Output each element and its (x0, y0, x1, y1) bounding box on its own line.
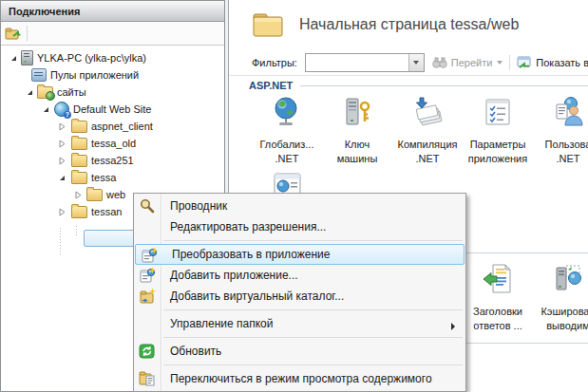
feature-label: Пользова.NET (533, 138, 588, 166)
application-pools-icon (31, 68, 47, 82)
folder-icon (71, 206, 87, 218)
filters-label: Фильтры: (252, 57, 297, 68)
feature-label: Параметрыприложения (463, 138, 533, 166)
toolbar-separator (509, 55, 510, 70)
context-menu: Проводник Редактировать разрешения... Пр… (133, 193, 466, 392)
feature-label: Ключмашины (322, 138, 392, 166)
tree-item-default-web-site[interactable]: Default Web Site (41, 101, 151, 118)
menu-item-convert-to-application[interactable]: Преобразовать в приложение (135, 244, 465, 265)
tree-item-tessan[interactable]: tessan (57, 203, 122, 220)
show-in-label: Показать в (536, 57, 588, 68)
combo-dropdown-button[interactable] (408, 54, 424, 71)
menu-separator (163, 337, 463, 338)
tree-item-sites[interactable]: сайты (25, 84, 86, 101)
folder-icon (86, 189, 103, 201)
tree-connector (76, 226, 77, 235)
folder-icon (71, 155, 87, 167)
feature-net-users[interactable]: Пользова.NET (533, 96, 588, 166)
tree-item-server[interactable]: YLKA-PC (ylka-pc\ylka) (9, 49, 146, 66)
menu-item-refresh[interactable]: Обновить (134, 341, 465, 362)
menu-item-add-virtual-directory[interactable]: Добавить виртуальный каталог... (134, 286, 465, 307)
tree-connector (60, 228, 61, 256)
menu-item-switch-content-view[interactable]: Переключиться в режим просмотра содержим… (134, 368, 465, 389)
compilation-icon (411, 96, 444, 128)
feature-machine-key[interactable]: Ключмашины (322, 96, 392, 166)
convert-to-application-icon (141, 247, 158, 264)
expand-arrow-icon[interactable] (57, 173, 66, 182)
menu-item-explorer[interactable]: Проводник (134, 196, 465, 216)
tree-item-tessa251[interactable]: tessa251 (57, 152, 134, 169)
expand-arrow-icon[interactable] (41, 104, 50, 114)
feature-label: Кэшированвыводим (533, 305, 588, 333)
tree-selection-highlight (84, 230, 141, 247)
add-application-icon (139, 267, 156, 284)
server-icon (21, 50, 33, 65)
output-caching-icon (552, 263, 584, 295)
connections-title: Подключения (9, 6, 80, 17)
tree-item-aspnet-client[interactable]: aspnet_client (57, 118, 153, 135)
folder-icon (71, 121, 87, 133)
feature-compilation[interactable]: Компиляция.NET (392, 96, 463, 166)
menu-separator (163, 364, 463, 365)
go-label: Перейти (451, 57, 493, 68)
sites-folder-icon (37, 86, 53, 99)
feature-label: Заголовкиответов ... (463, 305, 533, 333)
large-folder-icon (253, 11, 283, 38)
create-connection-icon[interactable] (5, 27, 21, 41)
expand-arrow-icon[interactable] (9, 53, 18, 63)
feature-label: Компиляция.NET (392, 138, 463, 166)
website-globe-icon (54, 102, 69, 117)
refresh-icon (139, 343, 156, 360)
add-virtual-directory-icon (139, 288, 156, 305)
connections-header: Подключения (1, 1, 224, 22)
net-users-icon (552, 96, 584, 128)
globalization-icon (271, 96, 303, 128)
feature-response-headers[interactable]: Заголовкиответов ... (463, 263, 533, 333)
folder-icon (71, 138, 87, 150)
folder-icon (71, 172, 87, 184)
chevron-down-icon (497, 61, 503, 65)
toolbar-separator (27, 26, 28, 41)
content-view-icon (139, 370, 156, 387)
app-settings-icon (482, 96, 514, 128)
tree-item-tessa-old[interactable]: tessa_old (57, 135, 136, 152)
connections-toolbar (1, 22, 224, 46)
go-button[interactable]: Перейти (432, 57, 503, 68)
expand-arrow-icon[interactable] (57, 156, 66, 165)
filter-combobox[interactable] (305, 53, 425, 72)
page-header: Начальная страница tessa/web (253, 11, 519, 38)
expand-arrow-icon[interactable] (57, 121, 66, 131)
binoculars-icon (432, 57, 447, 68)
section-aspnet-label: ASP.NET (249, 80, 293, 91)
section-rule (300, 85, 588, 86)
tree-item-tessa[interactable]: tessa (57, 169, 116, 186)
section-aspnet: ASP.NET (249, 80, 588, 91)
expand-arrow-icon[interactable] (25, 87, 34, 97)
feature-output-caching[interactable]: Кэшированвыводим (533, 263, 588, 333)
show-in-button[interactable]: Показать в (517, 56, 588, 68)
expand-arrow-icon[interactable] (57, 207, 66, 216)
menu-item-edit-permissions[interactable]: Редактировать разрешения... (134, 216, 465, 237)
feature-label: Глобализ....NET (252, 138, 322, 166)
show-in-icon (517, 56, 532, 68)
chevron-down-icon (413, 61, 419, 65)
menu-separator (163, 240, 463, 241)
tree-item-app-pools[interactable]: Пулы приложений (31, 66, 139, 84)
explorer-icon (139, 197, 156, 215)
filter-toolbar: Фильтры: Перейти (229, 49, 588, 76)
submenu-arrow-icon (450, 320, 456, 333)
response-headers-icon (482, 263, 514, 295)
tree-item-web[interactable]: web (73, 186, 125, 203)
feature-globalization[interactable]: Глобализ....NET (252, 96, 322, 166)
expand-arrow-icon[interactable] (57, 139, 66, 148)
expand-arrow-icon[interactable] (73, 190, 83, 199)
menu-item-manage-folder[interactable]: Управление папкой (134, 313, 465, 334)
machine-key-icon (341, 96, 373, 128)
page-title: Начальная страница tessa/web (299, 16, 519, 33)
menu-separator (163, 309, 463, 310)
feature-application-settings[interactable]: Параметрыприложения (463, 96, 533, 166)
menu-item-add-application[interactable]: Добавить приложение... (134, 265, 465, 286)
iis-manager-window: Начальная страница tessa/web Фильтры: Пе… (0, 0, 588, 392)
